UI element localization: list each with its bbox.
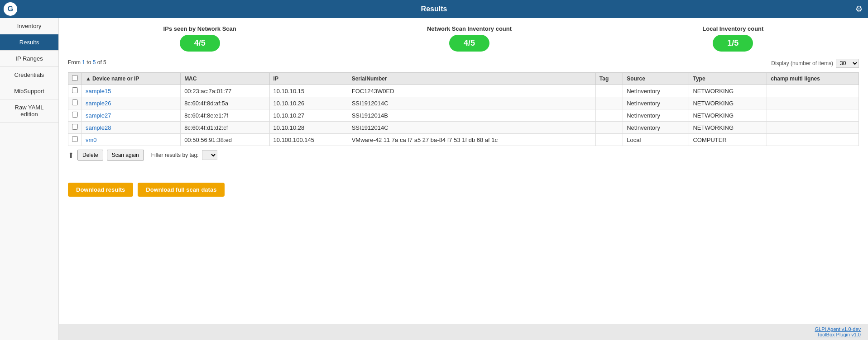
row-device: sample27 bbox=[82, 109, 181, 122]
row-mac: 00:50:56:91:38:ed bbox=[181, 134, 269, 146]
row-type: NETWORKING bbox=[689, 85, 767, 97]
row-ip: 10.10.10.28 bbox=[269, 122, 348, 134]
device-link[interactable]: sample15 bbox=[86, 88, 111, 94]
device-link[interactable]: sample27 bbox=[86, 112, 111, 119]
filter-label: Filter results by tag: bbox=[151, 152, 199, 158]
stat-inventory-count: Network Scan Inventory count 4/5 bbox=[427, 25, 512, 52]
sidebar-item-inventory[interactable]: Inventory bbox=[0, 18, 58, 34]
main-content: IPs seen by Network Scan 4/5 Network Sca… bbox=[59, 18, 868, 324]
table-row: vm0 00:50:56:91:38:ed 10.100.100.145 VMw… bbox=[68, 134, 859, 146]
footer-line2: ToolBox Plugin v1.0 bbox=[66, 332, 861, 337]
th-tag: Tag bbox=[595, 73, 623, 85]
app-logo: G bbox=[4, 2, 17, 16]
table-header-row: ▲ Device name or IP MAC IP SerialNumber … bbox=[68, 73, 859, 85]
inventory-count-value: 4/5 bbox=[449, 35, 489, 52]
row-champ bbox=[767, 85, 859, 97]
header: G Results ⚙ bbox=[0, 0, 868, 18]
sidebar-item-ip-ranges[interactable]: IP Ranges bbox=[0, 51, 58, 67]
row-tag bbox=[595, 134, 623, 146]
row-tag bbox=[595, 109, 623, 122]
row-ip: 10.10.10.27 bbox=[269, 109, 348, 122]
table-row: sample28 8c:60:4f:d1:d2:cf 10.10.10.28 S… bbox=[68, 122, 859, 134]
table-row: sample27 8c:60:4f:8e:e1:7f 10.10.10.27 S… bbox=[68, 109, 859, 122]
footer: GLPI Agent v1.0-dev ToolBox Plugin v1.0 bbox=[59, 324, 868, 340]
stats-row: IPs seen by Network Scan 4/5 Network Sca… bbox=[68, 25, 859, 52]
device-link[interactable]: sample28 bbox=[86, 124, 111, 131]
th-serial: SerialNumber bbox=[348, 73, 595, 85]
table-row: sample26 8c:60:4f:8d:af:5a 10.10.10.26 S… bbox=[68, 97, 859, 109]
filter-tag-select[interactable] bbox=[202, 150, 217, 160]
settings-icon[interactable]: ⚙ bbox=[855, 4, 863, 14]
row-checkbox[interactable] bbox=[72, 124, 78, 130]
footer-line1: GLPI Agent v1.0-dev bbox=[66, 326, 861, 332]
row-mac: 8c:60:4f:d1:d2:cf bbox=[181, 122, 269, 134]
table-row: sample15 00:23:ac:7a:01:77 10.10.10.15 F… bbox=[68, 85, 859, 97]
row-checkbox[interactable] bbox=[72, 99, 78, 105]
row-tag bbox=[595, 122, 623, 134]
row-device: vm0 bbox=[82, 134, 181, 146]
th-device: ▲ Device name or IP bbox=[82, 73, 181, 85]
results-table: ▲ Device name or IP MAC IP SerialNumber … bbox=[68, 72, 859, 146]
row-checkbox[interactable] bbox=[72, 112, 78, 118]
sidebar: Inventory Results IP Ranges Credentials … bbox=[0, 18, 59, 340]
th-type: Type bbox=[689, 73, 767, 85]
row-tag bbox=[595, 97, 623, 109]
content-area: IPs seen by Network Scan 4/5 Network Sca… bbox=[59, 18, 868, 340]
sidebar-item-raw-yaml[interactable]: Raw YAML edition bbox=[0, 99, 58, 123]
network-scan-label: IPs seen by Network Scan bbox=[163, 25, 236, 32]
row-ip: 10.10.10.26 bbox=[269, 97, 348, 109]
device-link[interactable]: sample26 bbox=[86, 100, 111, 107]
row-checkbox-cell bbox=[68, 134, 82, 146]
page-from-link[interactable]: 1 bbox=[82, 59, 85, 66]
up-arrow-icon: ⬆ bbox=[68, 151, 74, 160]
inventory-count-label: Network Scan Inventory count bbox=[427, 25, 512, 32]
download-full-scan-button[interactable]: Download full scan datas bbox=[138, 183, 225, 197]
row-mac: 00:23:ac:7a:01:77 bbox=[181, 85, 269, 97]
download-row: Download results Download full scan data… bbox=[68, 183, 859, 197]
row-ip: 10.100.100.145 bbox=[269, 134, 348, 146]
page-title: Results bbox=[421, 5, 447, 13]
th-mac: MAC bbox=[181, 73, 269, 85]
sidebar-item-credentials[interactable]: Credentials bbox=[0, 67, 58, 83]
row-checkbox-cell bbox=[68, 109, 82, 122]
row-source: NetInventory bbox=[623, 97, 689, 109]
footer-plugin-link[interactable]: ToolBox Plugin v1.0 bbox=[817, 332, 861, 337]
sidebar-item-mibsupport[interactable]: MibSupport bbox=[0, 83, 58, 99]
table-body: sample15 00:23:ac:7a:01:77 10.10.10.15 F… bbox=[68, 85, 859, 146]
row-source: Local bbox=[623, 134, 689, 146]
row-serial: FOC1243W0ED bbox=[348, 85, 595, 97]
th-champ: champ multi lignes bbox=[767, 73, 859, 85]
row-checkbox-cell bbox=[68, 122, 82, 134]
display-label: Display (number of items) bbox=[771, 60, 833, 66]
th-source: Source bbox=[623, 73, 689, 85]
select-all-checkbox[interactable] bbox=[72, 75, 78, 81]
device-link[interactable]: vm0 bbox=[86, 137, 97, 143]
row-tag bbox=[595, 85, 623, 97]
local-inventory-value: 1/5 bbox=[713, 35, 753, 52]
footer-agent-link[interactable]: GLPI Agent v1.0-dev bbox=[815, 326, 861, 332]
page-to-link[interactable]: 5 bbox=[93, 59, 96, 66]
row-device: sample15 bbox=[82, 85, 181, 97]
scan-again-button[interactable]: Scan again bbox=[107, 150, 144, 161]
row-checkbox-cell bbox=[68, 85, 82, 97]
action-row: ⬆ Delete Scan again Filter results by ta… bbox=[68, 150, 859, 161]
row-checkbox[interactable] bbox=[72, 136, 78, 142]
row-ip: 10.10.10.15 bbox=[269, 85, 348, 97]
stat-local-inventory: Local Inventory count 1/5 bbox=[702, 25, 763, 52]
divider bbox=[68, 168, 859, 168]
row-serial: SSI1912014C bbox=[348, 97, 595, 109]
row-checkbox[interactable] bbox=[72, 87, 78, 93]
display-select[interactable]: 10 25 30 50 100 bbox=[836, 59, 859, 68]
main-layout: Inventory Results IP Ranges Credentials … bbox=[0, 18, 868, 340]
row-type: NETWORKING bbox=[689, 109, 767, 122]
row-champ bbox=[767, 134, 859, 146]
stat-network-scan: IPs seen by Network Scan 4/5 bbox=[163, 25, 236, 52]
download-results-button[interactable]: Download results bbox=[68, 183, 133, 197]
row-device: sample28 bbox=[82, 122, 181, 134]
delete-button[interactable]: Delete bbox=[77, 150, 103, 161]
row-mac: 8c:60:4f:8e:e1:7f bbox=[181, 109, 269, 122]
sort-arrow-icon: ▲ bbox=[86, 76, 91, 82]
sidebar-item-results[interactable]: Results bbox=[0, 34, 58, 51]
row-champ bbox=[767, 97, 859, 109]
th-ip: IP bbox=[269, 73, 348, 85]
